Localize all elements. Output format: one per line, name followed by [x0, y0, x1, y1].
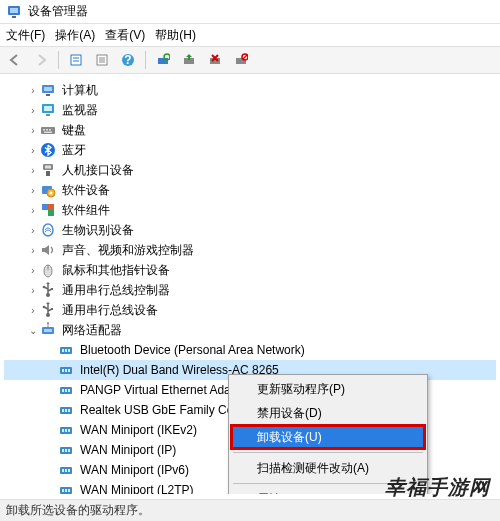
mouse-icon — [40, 262, 56, 278]
back-button[interactable] — [4, 49, 26, 71]
menu-action[interactable]: 操作(A) — [55, 27, 95, 44]
expand-icon[interactable]: › — [26, 265, 40, 276]
forward-button[interactable] — [30, 49, 52, 71]
svg-rect-27 — [43, 129, 45, 131]
tree-category[interactable]: ⌄网络适配器 — [4, 320, 496, 340]
expand-icon[interactable]: › — [26, 285, 40, 296]
expand-icon[interactable]: › — [26, 305, 40, 316]
svg-rect-74 — [65, 429, 67, 432]
tree-category[interactable]: ›键盘 — [4, 120, 496, 140]
expand-icon[interactable]: › — [26, 125, 40, 136]
computer-icon — [40, 82, 56, 98]
expand-icon[interactable]: › — [26, 85, 40, 96]
bluetooth-icon — [40, 142, 56, 158]
menu-help[interactable]: 帮助(H) — [155, 27, 196, 44]
svg-rect-83 — [68, 469, 70, 472]
tree-item-label: 监视器 — [60, 101, 100, 120]
ctx-uninstall-device[interactable]: 卸载设备(U) — [231, 425, 425, 449]
tree-category[interactable]: ›蓝牙 — [4, 140, 496, 160]
svg-point-55 — [47, 322, 49, 324]
tree-category[interactable]: ›监视器 — [4, 100, 496, 120]
device-tree[interactable]: ›计算机›监视器›键盘›蓝牙›人机接口设备›软件设备›软件组件›生物识别设备›声… — [0, 74, 500, 494]
tree-item-label: WAN Miniport (IKEv2) — [78, 422, 199, 438]
svg-rect-47 — [51, 288, 53, 290]
svg-rect-62 — [65, 369, 67, 372]
window-title: 设备管理器 — [28, 3, 88, 20]
title-bar: 设备管理器 — [0, 0, 500, 24]
svg-rect-82 — [65, 469, 67, 472]
tree-category[interactable]: ›人机接口设备 — [4, 160, 496, 180]
svg-rect-78 — [65, 449, 67, 452]
svg-rect-25 — [46, 114, 50, 116]
status-bar: 卸载所选设备的驱动程序。 — [0, 499, 500, 521]
tree-item-label: 蓝牙 — [60, 141, 88, 160]
tree-item-label: WAN Miniport (IP) — [78, 442, 178, 458]
scan-hardware-button[interactable] — [152, 49, 174, 71]
keyboard-icon — [40, 122, 56, 138]
svg-rect-66 — [65, 389, 67, 392]
tree-category[interactable]: ›鼠标和其他指针设备 — [4, 260, 496, 280]
tree-category[interactable]: ›软件设备 — [4, 180, 496, 200]
svg-rect-71 — [68, 409, 70, 412]
ctx-update-driver[interactable]: 更新驱动程序(P) — [231, 377, 425, 401]
collapse-icon[interactable]: ⌄ — [26, 325, 40, 336]
svg-rect-2 — [12, 16, 16, 18]
update-driver-button[interactable] — [178, 49, 200, 71]
ctx-separator — [233, 452, 423, 453]
tree-category[interactable]: ›通用串行总线控制器 — [4, 280, 496, 300]
svg-rect-34 — [46, 171, 50, 176]
svg-rect-69 — [62, 409, 64, 412]
svg-rect-87 — [68, 489, 70, 492]
svg-rect-73 — [62, 429, 64, 432]
network-icon — [40, 322, 56, 338]
tree-category[interactable]: ›声音、视频和游戏控制器 — [4, 240, 496, 260]
uninstall-device-button[interactable] — [204, 49, 226, 71]
device-manager-icon — [6, 4, 22, 20]
netadapter-icon — [58, 342, 74, 358]
expand-icon[interactable]: › — [26, 225, 40, 236]
svg-rect-75 — [68, 429, 70, 432]
netadapter-icon — [58, 482, 74, 494]
svg-rect-29 — [49, 129, 51, 131]
properties-button[interactable] — [65, 49, 87, 71]
svg-rect-57 — [62, 349, 64, 352]
expand-icon[interactable]: › — [26, 205, 40, 216]
svg-point-37 — [50, 192, 53, 195]
tree-category[interactable]: ›通用串行总线设备 — [4, 300, 496, 320]
toolbar-separator — [58, 51, 59, 69]
tree-category[interactable]: ›生物识别设备 — [4, 220, 496, 240]
menu-bar: 文件(F) 操作(A) 查看(V) 帮助(H) — [0, 24, 500, 46]
menu-view[interactable]: 查看(V) — [105, 27, 145, 44]
expand-icon[interactable]: › — [26, 185, 40, 196]
expand-icon[interactable]: › — [26, 145, 40, 156]
help-button[interactable]: ? — [117, 49, 139, 71]
tree-item-label: 鼠标和其他指针设备 — [60, 261, 172, 280]
monitor-icon — [40, 102, 56, 118]
expand-icon[interactable]: › — [26, 105, 40, 116]
svg-rect-30 — [44, 132, 52, 134]
toolbar: ? — [0, 46, 500, 74]
svg-rect-70 — [65, 409, 67, 412]
expand-icon[interactable]: › — [26, 165, 40, 176]
tree-device[interactable]: Bluetooth Device (Personal Area Network) — [4, 340, 496, 360]
disable-device-button[interactable] — [230, 49, 252, 71]
svg-rect-63 — [68, 369, 70, 372]
tree-item-label: 软件组件 — [60, 201, 112, 220]
tree-item-label: 通用串行总线设备 — [60, 301, 160, 320]
svg-point-50 — [43, 306, 46, 309]
svg-rect-21 — [44, 87, 52, 91]
tree-category[interactable]: ›计算机 — [4, 80, 496, 100]
svg-rect-67 — [68, 389, 70, 392]
tree-category[interactable]: ›软件组件 — [4, 200, 496, 220]
svg-rect-86 — [65, 489, 67, 492]
tree-item-label: 人机接口设备 — [60, 161, 136, 180]
menu-file[interactable]: 文件(F) — [6, 27, 45, 44]
usb-icon — [40, 282, 56, 298]
tree-item-label: 声音、视频和游戏控制器 — [60, 241, 196, 260]
details-button[interactable] — [91, 49, 113, 71]
svg-rect-39 — [48, 210, 54, 216]
expand-icon[interactable]: › — [26, 245, 40, 256]
usb-icon — [40, 302, 56, 318]
hid-icon — [40, 162, 56, 178]
ctx-disable-device[interactable]: 禁用设备(D) — [231, 401, 425, 425]
